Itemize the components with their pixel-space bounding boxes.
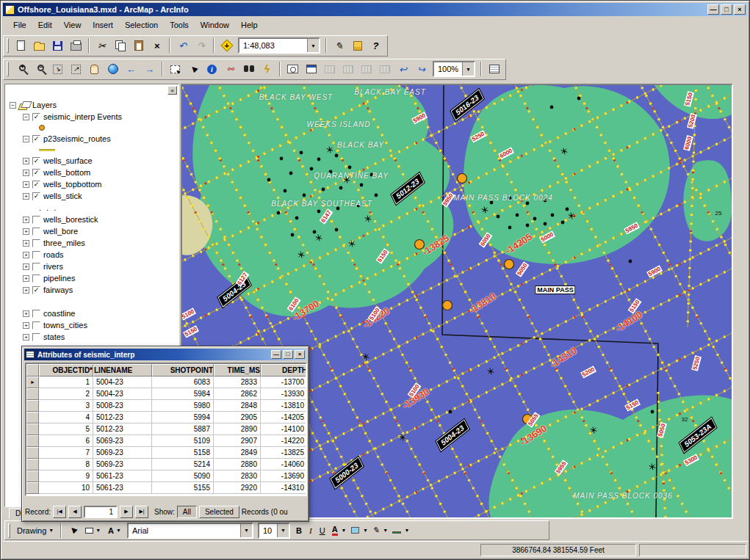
column-header[interactable]: OBJECTID* — [39, 364, 93, 377]
next-record-button[interactable]: ▶ — [120, 506, 133, 518]
layer-checkbox[interactable] — [32, 333, 40, 341]
toolbar-drag-handle[interactable] — [7, 38, 9, 53]
toc-root[interactable]: − Layers — [5, 99, 179, 111]
show-selected-button[interactable]: Selected — [199, 506, 239, 518]
zoom-out-button[interactable]: − — [31, 61, 48, 78]
select-elements-button[interactable]: ► — [65, 523, 81, 539]
undo-button[interactable]: ↶ — [174, 37, 191, 54]
attribute-table[interactable]: OBJECTID* LINENAME SHOTPOINT TIME_MS DEP… — [25, 363, 307, 496]
redo-button[interactable]: ↷ — [192, 37, 209, 54]
shape-tool-button[interactable]: ▼ — [82, 523, 104, 539]
row-selector[interactable] — [26, 447, 39, 459]
table-row[interactable]: 95061-2350902830-13690 — [26, 470, 306, 482]
fill-color-button[interactable]: ▼ — [350, 523, 369, 539]
find-button[interactable] — [240, 61, 257, 78]
minimize-button[interactable]: — — [271, 350, 281, 359]
layer-checkbox[interactable] — [32, 216, 40, 224]
menu-view[interactable]: View — [58, 18, 87, 32]
table-row[interactable]: 25004-2359842862-13930 — [26, 388, 306, 400]
table-row[interactable]: 65069-2351092907-14220 — [26, 435, 306, 447]
magnifier-window-button[interactable] — [284, 61, 301, 78]
underline-button[interactable]: U — [317, 523, 328, 539]
hyperlink-button[interactable]: ⚯ — [222, 61, 239, 78]
row-selector[interactable] — [26, 459, 39, 470]
column-header[interactable]: DEPTH — [261, 364, 307, 377]
table-row[interactable]: 85069-2352142880-14060 — [26, 459, 306, 470]
layer-checkbox[interactable] — [32, 228, 40, 236]
next-view-button[interactable]: ↪ — [413, 61, 430, 78]
drawing-menu-button[interactable]: Drawing ▼ — [14, 523, 57, 539]
go-back-extent-button[interactable]: ← — [123, 61, 140, 78]
expand-icon[interactable]: + — [23, 263, 29, 270]
scale-combo[interactable]: 1:48,083 ▼ — [238, 37, 320, 54]
row-selector[interactable] — [26, 423, 39, 435]
attribute-window-title-bar[interactable]: Attributes of seismic_interp — □ × — [24, 349, 306, 360]
line-symbol-swatch[interactable] — [39, 149, 55, 151]
toc-layer-item[interactable]: +rivers — [5, 261, 179, 272]
table-row[interactable]: 75069-2351582849-13825 — [26, 447, 306, 459]
go-forward-extent-button[interactable]: → — [141, 61, 158, 78]
expand-icon[interactable]: + — [23, 170, 29, 176]
expand-icon[interactable]: + — [23, 310, 29, 317]
italic-button[interactable]: I — [306, 523, 315, 539]
expand-icon[interactable]: + — [23, 158, 29, 164]
expand-icon[interactable]: + — [23, 275, 29, 282]
layer-checkbox[interactable] — [32, 321, 40, 330]
layer-checkbox[interactable] — [32, 251, 40, 259]
menu-edit[interactable]: Edit — [32, 18, 58, 32]
paste-button[interactable] — [130, 37, 147, 54]
toolbar-drag-handle[interactable] — [7, 62, 9, 76]
row-selector[interactable] — [26, 400, 39, 412]
menu-tools[interactable]: Tools — [164, 18, 195, 32]
chevron-down-icon[interactable]: ▼ — [462, 62, 474, 76]
save-button[interactable] — [49, 37, 66, 54]
last-record-button[interactable]: ▶| — [135, 506, 148, 518]
full-extent-button[interactable] — [104, 61, 121, 78]
html-popup-button[interactable]: ϟ — [259, 61, 275, 78]
expand-icon[interactable]: + — [23, 322, 29, 329]
menu-selection[interactable]: Selection — [119, 18, 164, 32]
layer-checkbox[interactable] — [32, 274, 40, 283]
maximize-button[interactable]: □ — [721, 4, 732, 15]
toc-layer-item[interactable]: +states — [5, 331, 179, 343]
zoom-percent-combo[interactable]: 100% ▼ — [433, 61, 475, 77]
menu-file[interactable]: File — [7, 18, 32, 32]
line-color-button[interactable]: ✎▼ — [371, 523, 390, 539]
toc-layer-item[interactable]: +✓fairways — [5, 284, 179, 296]
expand-icon[interactable]: + — [23, 181, 29, 188]
attribute-table-window[interactable]: Attributes of seismic_interp — □ × OBJEC… — [21, 346, 309, 522]
table-row[interactable]: 55012-2358872890-14100 — [26, 423, 306, 435]
open-button[interactable] — [31, 37, 48, 54]
grid-tool-1-button[interactable] — [321, 61, 338, 78]
fixed-zoom-in-button[interactable]: ↘ — [49, 61, 66, 78]
collapse-icon[interactable]: − — [23, 136, 29, 142]
menu-help[interactable]: Help — [235, 18, 264, 32]
chevron-down-icon[interactable]: ▼ — [240, 524, 252, 537]
column-header[interactable]: TIME_MS — [214, 364, 261, 377]
identify-button[interactable]: i — [203, 61, 220, 78]
toolbar-drag-handle[interactable] — [8, 523, 10, 538]
collapse-icon[interactable]: − — [10, 102, 16, 109]
collapse-icon[interactable]: − — [23, 114, 29, 120]
column-header[interactable]: LINENAME — [93, 364, 152, 377]
first-record-button[interactable]: |◀ — [53, 506, 66, 518]
table-row[interactable]: 45012-2359942905-14205 — [26, 412, 306, 423]
delete-button[interactable]: × — [148, 37, 165, 54]
layer-checkbox[interactable] — [32, 239, 40, 247]
toc-layer-item[interactable]: +roads — [5, 249, 179, 261]
close-button[interactable]: × — [295, 350, 305, 359]
row-selector[interactable] — [26, 482, 39, 494]
expand-icon[interactable]: + — [23, 287, 29, 294]
maximize-button[interactable]: □ — [283, 350, 293, 359]
toc-layer-item[interactable]: +✓wells_bottom — [5, 167, 179, 178]
row-selector[interactable] — [26, 388, 39, 400]
point-symbol-swatch[interactable] — [39, 125, 45, 131]
zoom-in-button[interactable]: + — [12, 61, 29, 78]
whats-this-button[interactable]: ? — [367, 37, 384, 54]
toc-layer-item[interactable]: −✓p23seismic_routes — [5, 133, 179, 145]
layer-checkbox[interactable]: ✓ — [32, 192, 40, 200]
toc-layer-item[interactable]: +coastline — [5, 308, 179, 319]
new-button[interactable] — [12, 37, 29, 54]
grid-tool-2-button[interactable] — [339, 61, 356, 78]
column-header[interactable]: SHOTPOINT — [152, 364, 214, 377]
